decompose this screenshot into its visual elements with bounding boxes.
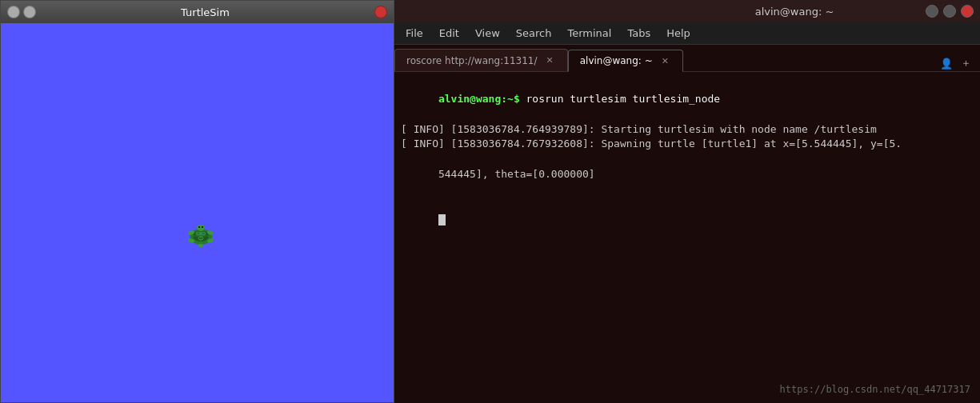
tab-roscore[interactable]: roscore http://wang:11311/ ✕ [394,49,568,71]
svg-point-11 [198,244,203,247]
menu-help[interactable]: Help [658,22,698,44]
terminal-topbar: alvin@wang: ~ [394,0,980,22]
tab-user-icon[interactable]: 👤 [938,55,954,71]
window-controls-left [7,6,36,18]
terminal-info-line1: [ INFO] [1583036784.764939789]: Starting… [401,122,974,138]
menu-file[interactable]: File [398,22,431,44]
tabs-right-icons: 👤 ＋ [938,55,980,71]
terminal-topbar-title: alvin@wang: ~ [663,6,926,18]
tab-alvin-label: alvin@wang: ~ [580,55,653,66]
svg-point-4 [197,225,205,231]
terminal-cursor-line [401,198,974,243]
menu-tabs[interactable]: Tabs [619,22,658,44]
terminal-close-button[interactable] [961,5,974,18]
terminal-content[interactable]: alvin@wang:~$ rosrun turtlesim turtlesim… [394,72,980,403]
turtlesim-title: TurtleSim [36,6,374,18]
terminal-topbar-right [926,5,974,18]
command-text: rosrun turtlesim turtlesim_node [520,93,720,105]
tabs-bar: roscore http://wang:11311/ ✕ alvin@wang:… [394,45,980,72]
turtlesim-window: TurtleSim [0,0,394,403]
prompt-text: alvin@wang:~$ [438,93,520,105]
turtle-sprite [181,219,221,251]
tab-alvin[interactable]: alvin@wang: ~ ✕ [568,50,683,72]
tab-roscore-close[interactable]: ✕ [543,54,555,66]
maximize-button[interactable] [23,6,36,18]
terminal-cursor [438,214,446,225]
menu-view[interactable]: View [467,22,508,44]
menu-terminal[interactable]: Terminal [559,22,619,44]
terminal-minimize-button[interactable] [926,5,938,18]
turtlesim-canvas [1,23,394,402]
tab-roscore-label: roscore http://wang:11311/ [406,55,537,66]
tab-new-icon[interactable]: ＋ [958,55,974,71]
menu-search[interactable]: Search [508,22,560,44]
svg-point-16 [202,233,206,235]
terminal-command-line: alvin@wang:~$ rosrun turtlesim turtlesim… [401,77,974,122]
svg-point-6 [202,226,203,228]
turtlesim-titlebar: TurtleSim [1,1,394,23]
window-controls-right [374,6,387,18]
terminal-info-line3: 544445], theta=[0.000000] [401,152,974,198]
close-button[interactable] [374,6,387,18]
terminal-maximize-button[interactable] [943,5,956,18]
menu-edit[interactable]: Edit [431,22,467,44]
terminal-window: alvin@wang: ~ File Edit View Search Term… [394,0,980,403]
menubar: File Edit View Search Terminal Tabs Help [394,22,980,45]
minimize-button[interactable] [7,6,20,18]
terminal-info-line2: [ INFO] [1583036784.767932608]: Spawning… [401,137,974,152]
watermark: https://blog.csdn.net/qq_44717317 [780,383,970,397]
svg-point-15 [197,233,201,235]
svg-point-5 [198,226,200,228]
tab-alvin-close[interactable]: ✕ [659,55,671,67]
